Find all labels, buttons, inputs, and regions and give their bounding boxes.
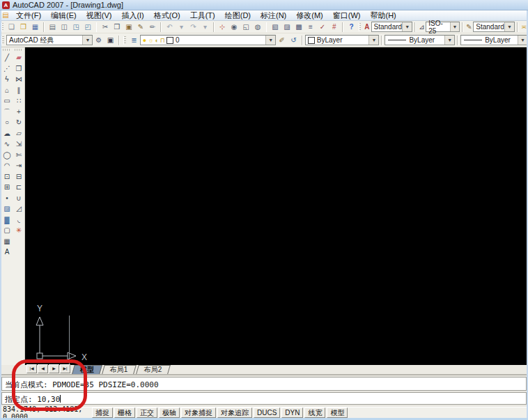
sheet-set-manager-icon[interactable]: ≡	[304, 22, 316, 32]
menu-modify[interactable]: 修改(M)	[291, 10, 328, 21]
table-style-combo[interactable]: Standard ▼	[473, 22, 515, 32]
layer-states-icon[interactable]: ✐	[276, 35, 288, 45]
plot-preview-icon[interactable]: ◫	[59, 22, 70, 32]
tab-nav-icon[interactable]: ◀	[38, 364, 48, 373]
extend-icon[interactable]: ⇥	[13, 160, 24, 171]
redo-icon[interactable]: ↷	[187, 22, 199, 32]
spline-icon[interactable]: ∿	[1, 139, 13, 150]
redo-dropdown-icon[interactable]: ▾	[199, 22, 211, 32]
save-file-icon[interactable]: ▦	[29, 22, 41, 32]
toggle-ortho[interactable]: 正交	[137, 407, 157, 418]
tab-nav-icon[interactable]: ▶|	[60, 364, 70, 373]
menu-window[interactable]: 窗口(W)	[328, 10, 366, 21]
color-control-combo[interactable]: ByLayer ▼	[305, 35, 380, 45]
chamfer-icon[interactable]: ◿	[13, 203, 24, 215]
dropdown-arrow-icon[interactable]: ▼	[504, 22, 514, 31]
layer-on-bulb-icon[interactable]: ●	[143, 37, 146, 44]
text-style-icon[interactable]: A	[363, 22, 371, 32]
layer-vpfreeze-icon[interactable]: ◐	[155, 37, 158, 44]
dim-style-icon[interactable]: ⊿	[418, 22, 426, 32]
polyline-icon[interactable]: ϟ	[1, 74, 13, 85]
new-file-icon[interactable]: ❏	[6, 22, 17, 32]
tab-nav-icon[interactable]: ▶	[49, 364, 59, 373]
toolbar-drag-handle[interactable]	[1, 36, 4, 45]
text-style-combo[interactable]: Standard ▼	[371, 22, 413, 32]
toggle-model[interactable]: 模型	[327, 407, 348, 418]
fillet-icon[interactable]: ◟	[13, 215, 24, 226]
rectangle-icon[interactable]: ▭	[1, 95, 13, 107]
lineweight-control-combo[interactable]: ByLayer ▼	[460, 35, 528, 45]
tab-layout2[interactable]: 布局2	[136, 365, 170, 374]
menu-dimension[interactable]: 标注(N)	[256, 10, 291, 21]
toggle-otrack[interactable]: 对象追踪	[217, 407, 252, 418]
tab-model[interactable]: 模型	[72, 365, 102, 374]
make-block-icon[interactable]: ⊞	[1, 182, 13, 193]
zoom-window-icon[interactable]: ◱	[240, 22, 252, 32]
menu-draw[interactable]: 绘图(D)	[220, 10, 256, 21]
cut-icon[interactable]: ✂	[99, 22, 111, 32]
toolbar-drag-handle[interactable]	[3, 49, 11, 51]
toggle-dyn[interactable]: DYN	[281, 407, 303, 418]
dropdown-arrow-icon[interactable]: ▼	[265, 36, 275, 45]
revcloud-icon[interactable]: ☁	[1, 128, 13, 139]
join-icon[interactable]: ∪	[13, 193, 24, 204]
zoom-realtime-icon[interactable]: ◉	[228, 22, 240, 32]
layer-combo[interactable]: ● ☼ ◐ ⊓ 0 ▼	[140, 35, 277, 45]
menu-format[interactable]: 格式(O)	[149, 10, 185, 21]
scale-icon[interactable]: ▱	[13, 128, 24, 139]
layer-freeze-sun-icon[interactable]: ☼	[148, 37, 153, 44]
menu-file[interactable]: 文件(F)	[11, 10, 46, 21]
break-point-icon[interactable]: ⊟	[13, 171, 24, 182]
toggle-polar[interactable]: 极轴	[159, 407, 180, 418]
table-icon[interactable]: ▦	[1, 236, 13, 247]
hatch-icon[interactable]: ▨	[1, 203, 13, 215]
paste-icon[interactable]: ▣	[123, 22, 134, 32]
explode-icon[interactable]: ✳	[13, 225, 24, 236]
mtext-icon[interactable]: A	[1, 247, 13, 258]
model-space-canvas[interactable]: Y X	[25, 47, 528, 365]
toggle-snap[interactable]: 捕捉	[92, 407, 113, 418]
menu-help[interactable]: 帮助(H)	[366, 10, 401, 21]
menu-insert[interactable]: 插入(I)	[116, 10, 148, 21]
array-icon[interactable]: ∷	[13, 95, 24, 107]
open-file-icon[interactable]: ❐	[17, 22, 29, 32]
table-style-icon[interactable]: ✎	[465, 22, 473, 32]
dropdown-arrow-icon[interactable]: ▼	[402, 22, 412, 31]
block-editor-icon[interactable]: ✏	[146, 22, 158, 32]
markup-set-manager-icon[interactable]: ✓	[316, 22, 328, 32]
mirror-icon[interactable]: ⋈	[13, 74, 24, 85]
menu-tools[interactable]: 工具(T)	[185, 10, 220, 21]
dropdown-arrow-icon[interactable]: ▼	[518, 36, 527, 45]
workspace-settings-icon[interactable]: ⚙	[93, 35, 104, 45]
tab-nav-icon[interactable]: |◀	[26, 364, 37, 373]
toolbar-drag-handle[interactable]	[1, 23, 3, 31]
ellipse-icon[interactable]: ◯	[1, 150, 13, 161]
dim-style-combo[interactable]: ISO-25 ▼	[426, 22, 460, 32]
tool-palettes-icon[interactable]: ▩	[293, 22, 304, 32]
region-icon[interactable]: ▢	[1, 225, 13, 236]
copy-object-icon[interactable]: ❒	[13, 63, 24, 75]
layer-previous-icon[interactable]: ↺	[288, 35, 300, 45]
polygon-icon[interactable]: ⌂	[1, 85, 13, 96]
layer-lock-icon[interactable]: ⊓	[160, 37, 165, 44]
menu-view[interactable]: 视图(V)	[81, 10, 117, 21]
arc-icon[interactable]: ⌒	[1, 107, 13, 118]
quickcalc-icon[interactable]: #	[328, 22, 340, 32]
tab-layout1[interactable]: 布局1	[102, 365, 136, 374]
circle-icon[interactable]: ○	[1, 117, 13, 128]
rotate-icon[interactable]: ↻	[13, 117, 24, 128]
toggle-grid[interactable]: 栅格	[114, 407, 135, 418]
help-icon[interactable]: ?	[345, 22, 357, 32]
dropdown-arrow-icon[interactable]: ▼	[368, 36, 378, 45]
zoom-previous-icon[interactable]: ◍	[252, 22, 264, 32]
dropdown-arrow-icon[interactable]: ▼	[82, 36, 92, 45]
move-icon[interactable]: +	[13, 107, 24, 118]
linetype-control-combo[interactable]: ByLayer ▼	[385, 35, 455, 45]
save-workspace-icon[interactable]: ▣	[104, 35, 116, 45]
properties-palette-icon[interactable]: ▧	[269, 22, 281, 32]
plot-icon[interactable]: ▤	[47, 22, 59, 32]
undo-icon[interactable]: ↶	[164, 22, 176, 32]
toggle-ducs[interactable]: DUCS	[254, 407, 280, 418]
point-icon[interactable]: •	[1, 193, 13, 204]
undo-dropdown-icon[interactable]: ▾	[176, 22, 187, 32]
